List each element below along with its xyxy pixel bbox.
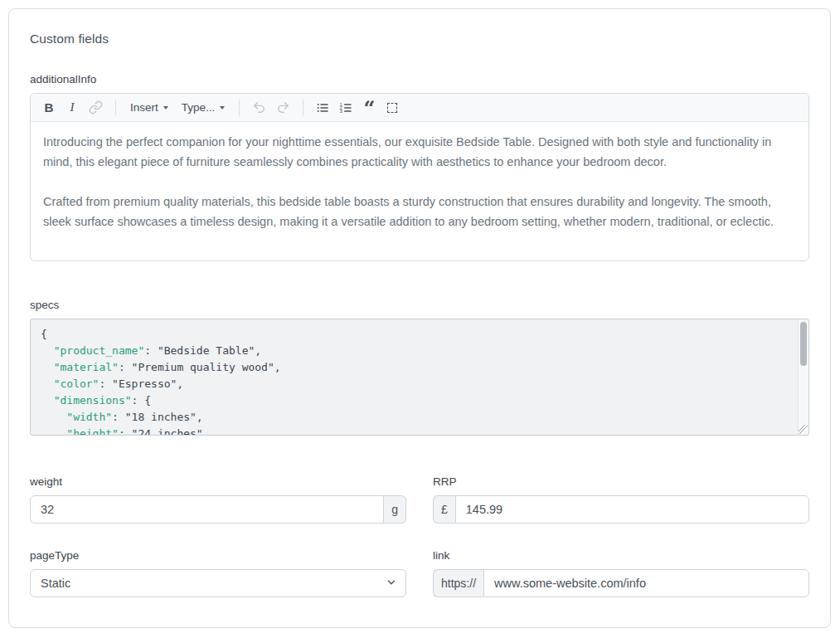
code-line: "color": "Espresso", [41,376,789,392]
undo-icon [252,100,266,114]
link-icon [89,100,103,114]
redo-icon [276,100,290,114]
type-dropdown[interactable]: Type... [176,97,231,119]
blockquote-button[interactable]: “ [358,97,380,119]
weight-unit-addon: g [384,495,406,524]
page-type-field: pageType Static [30,549,406,597]
rrp-input[interactable] [455,495,809,524]
code-line: "product_name": "Bedside Table", [41,343,789,359]
rich-text-content[interactable]: Introducing the perfect companion for yo… [31,122,808,261]
additional-info-field: additionalInfo B I Insert [30,73,809,261]
panel-title: Custom fields [30,32,809,46]
page-type-select[interactable]: Static [30,569,406,597]
numbered-list-button[interactable]: 1 2 3 [335,97,357,119]
rich-text-editor: B I Insert Type... [30,93,809,261]
link-button[interactable] [85,97,107,119]
redo-button[interactable] [272,97,294,119]
insert-dropdown-label: Insert [130,101,158,114]
resize-grip-icon[interactable] [799,425,808,434]
code-line: "material": "Premium quality wood", [41,359,789,376]
weight-label: weight [30,475,406,488]
toolbar-separator [115,100,116,116]
undo-button[interactable] [248,97,270,119]
numbered-list-icon: 1 2 3 [339,101,352,114]
bullet-list-icon [316,101,329,114]
code-line: "width": "18 inches", [41,409,789,426]
rrp-field: RRP £ [433,475,809,524]
custom-fields-panel: Custom fields additionalInfo B I Inse [8,8,831,628]
toolbar-separator [303,100,303,116]
svg-text:3: 3 [340,109,342,114]
toolbar-separator [239,100,240,116]
rrp-label: RRP [433,475,809,488]
code-line: "dimensions": { [41,392,789,409]
bullet-list-button[interactable] [312,97,333,119]
weight-input[interactable] [30,495,384,524]
specs-field: specs { "product_name": "Bedside Table",… [30,299,809,436]
page-type-label: pageType [30,549,406,562]
paragraph: Crafted from premium quality materials, … [43,192,796,231]
link-input[interactable] [483,569,809,597]
code-line: { [41,326,789,343]
specs-label: specs [30,299,809,311]
block-button[interactable] [381,97,403,119]
italic-button[interactable]: I [61,97,83,119]
blockquote-icon: “ [363,105,375,116]
insert-dropdown[interactable]: Insert [124,97,174,119]
specs-code-editor[interactable]: { "product_name": "Bedside Table", "mate… [30,319,809,436]
link-label: link [433,549,809,562]
link-field: link https:// [433,549,809,597]
protocol-addon: https:// [433,569,483,597]
scrollbar-track[interactable] [798,319,808,435]
editor-toolbar: B I Insert Type... [31,94,808,122]
caret-down-icon [220,106,225,110]
type-dropdown-label: Type... [182,101,216,114]
weight-field: weight g [30,475,406,524]
caret-down-icon [163,106,168,110]
bold-button[interactable]: B [38,97,60,119]
scrollbar-thumb[interactable] [800,322,807,366]
currency-addon: £ [433,495,455,524]
dashed-square-icon [387,103,397,113]
paragraph: Introducing the perfect companion for yo… [43,132,796,172]
code-line: "height": "24 inches", [41,426,789,436]
additional-info-label: additionalInfo [30,73,809,85]
